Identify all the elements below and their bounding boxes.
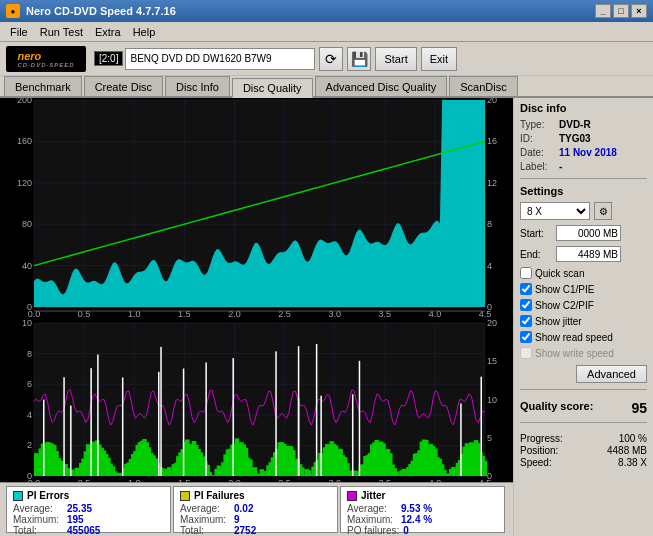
start-input[interactable] — [556, 225, 621, 241]
pi-errors-total-row: Total: 455065 — [13, 525, 164, 536]
right-panel: Disc info Type: DVD-R ID: TYG03 Date: 11… — [513, 98, 653, 536]
speed-value: 8.38 X — [618, 457, 647, 468]
tab-disc-quality[interactable]: Disc Quality — [232, 78, 313, 98]
save-button[interactable]: 💾 — [347, 47, 371, 71]
menu-run-test[interactable]: Run Test — [34, 25, 89, 39]
quick-scan-checkbox[interactable] — [520, 267, 532, 279]
tab-create-disc[interactable]: Create Disc — [84, 76, 163, 96]
pi-failures-group: PI Failures Average: 0.02 Maximum: 9 Tot… — [173, 486, 338, 533]
quality-score-value: 95 — [631, 400, 647, 416]
tab-scandisc[interactable]: ScanDisc — [449, 76, 517, 96]
speed-row: Speed: 8.38 X — [520, 457, 647, 468]
maximize-button[interactable]: □ — [613, 4, 629, 18]
separator-2 — [520, 389, 647, 390]
separator-1 — [520, 178, 647, 179]
exit-button[interactable]: Exit — [421, 47, 457, 71]
left-panel: PI Errors Average: 25.35 Maximum: 195 To… — [0, 98, 513, 536]
charts-area — [0, 98, 513, 482]
show-read-speed-row: Show read speed — [520, 331, 647, 343]
window-title: Nero CD-DVD Speed 4.7.7.16 — [26, 5, 595, 17]
speed-settings-row: 8 X ⚙ — [520, 202, 647, 220]
progress-label: Progress: — [520, 433, 563, 444]
drive-selector: [2:0] BENQ DVD DD DW1620 B7W9 — [94, 48, 315, 70]
pi-failures-avg-row: Average: 0.02 — [180, 503, 331, 514]
speed-dropdown[interactable]: 8 X — [520, 202, 590, 220]
show-read-speed-checkbox[interactable] — [520, 331, 532, 343]
position-label: Position: — [520, 445, 558, 456]
pi-errors-avg-row: Average: 25.35 — [13, 503, 164, 514]
end-input[interactable] — [556, 246, 621, 262]
progress-row: Progress: 100 % — [520, 433, 647, 444]
pi-failures-max-row: Maximum: 9 — [180, 514, 331, 525]
disc-label-row: Label: - — [520, 161, 647, 172]
menu-extra[interactable]: Extra — [89, 25, 127, 39]
show-c2pif-checkbox[interactable] — [520, 299, 532, 311]
minimize-button[interactable]: _ — [595, 4, 611, 18]
show-write-speed-checkbox[interactable] — [520, 347, 532, 359]
start-mb-row: Start: — [520, 225, 647, 241]
disc-date-row: Date: 11 Nov 2018 — [520, 147, 647, 158]
start-button[interactable]: Start — [375, 47, 416, 71]
jitter-color — [347, 491, 357, 501]
show-read-speed-label: Show read speed — [535, 332, 613, 343]
position-value: 4488 MB — [607, 445, 647, 456]
jitter-avg-row: Average: 9.53 % — [347, 503, 498, 514]
pi-failures-title: PI Failures — [180, 490, 331, 501]
jitter-po-row: PO failures: 0 — [347, 525, 498, 536]
jitter-group: Jitter Average: 9.53 % Maximum: 12.4 % P… — [340, 486, 505, 533]
pi-errors-title: PI Errors — [13, 490, 164, 501]
quality-score-label: Quality score: — [520, 400, 593, 416]
quick-scan-label: Quick scan — [535, 268, 584, 279]
quick-scan-row: Quick scan — [520, 267, 647, 279]
close-button[interactable]: × — [631, 4, 647, 18]
show-c1pie-label: Show C1/PIE — [535, 284, 594, 295]
nero-logo: nero CD·DVD·SPEED — [6, 46, 86, 72]
show-c2pif-label: Show C2/PIF — [535, 300, 594, 311]
disc-type-row: Type: DVD-R — [520, 119, 647, 130]
pi-failures-total-row: Total: 2752 — [180, 525, 331, 536]
refresh-button[interactable]: ⟳ — [319, 47, 343, 71]
settings-icon-button[interactable]: ⚙ — [594, 202, 612, 220]
separator-3 — [520, 422, 647, 423]
toolbar: nero CD·DVD·SPEED [2:0] BENQ DVD DD DW16… — [0, 42, 653, 76]
progress-value: 100 % — [619, 433, 647, 444]
disc-id-row: ID: TYG03 — [520, 133, 647, 144]
pi-errors-max-row: Maximum: 195 — [13, 514, 164, 525]
show-c1pie-row: Show C1/PIE — [520, 283, 647, 295]
app-icon: ● — [6, 4, 20, 18]
show-jitter-checkbox[interactable] — [520, 315, 532, 327]
tab-benchmark[interactable]: Benchmark — [4, 76, 82, 96]
tabs-bar: Benchmark Create Disc Disc Info Disc Qua… — [0, 76, 653, 98]
menu-file[interactable]: File — [4, 25, 34, 39]
position-row: Position: 4488 MB — [520, 445, 647, 456]
jitter-max-row: Maximum: 12.4 % — [347, 514, 498, 525]
show-jitter-row: Show jitter — [520, 315, 647, 327]
settings-title: Settings — [520, 185, 647, 197]
title-bar: ● Nero CD-DVD Speed 4.7.7.16 _ □ × — [0, 0, 653, 22]
jitter-title: Jitter — [347, 490, 498, 501]
show-write-speed-label: Show write speed — [535, 348, 614, 359]
menu-help[interactable]: Help — [127, 25, 162, 39]
drive-label: [2:0] — [94, 51, 123, 66]
stats-bar: PI Errors Average: 25.35 Maximum: 195 To… — [0, 482, 513, 536]
tab-disc-info[interactable]: Disc Info — [165, 76, 230, 96]
advanced-button[interactable]: Advanced — [576, 365, 647, 383]
end-mb-row: End: — [520, 246, 647, 262]
main-content: PI Errors Average: 25.35 Maximum: 195 To… — [0, 98, 653, 536]
quality-score-row: Quality score: 95 — [520, 400, 647, 416]
speed-label: Speed: — [520, 457, 552, 468]
show-write-speed-row: Show write speed — [520, 347, 647, 359]
menu-bar: File Run Test Extra Help — [0, 22, 653, 42]
window-controls[interactable]: _ □ × — [595, 4, 647, 18]
disc-info-title: Disc info — [520, 102, 647, 114]
show-c1pie-checkbox[interactable] — [520, 283, 532, 295]
pi-errors-color — [13, 491, 23, 501]
pi-errors-group: PI Errors Average: 25.35 Maximum: 195 To… — [6, 486, 171, 533]
main-chart — [0, 98, 513, 482]
show-c2pif-row: Show C2/PIF — [520, 299, 647, 311]
drive-dropdown[interactable]: BENQ DVD DD DW1620 B7W9 — [125, 48, 315, 70]
progress-section: Progress: 100 % Position: 4488 MB Speed:… — [520, 433, 647, 469]
show-jitter-label: Show jitter — [535, 316, 582, 327]
tab-advanced-disc-quality[interactable]: Advanced Disc Quality — [315, 76, 448, 96]
pi-failures-color — [180, 491, 190, 501]
